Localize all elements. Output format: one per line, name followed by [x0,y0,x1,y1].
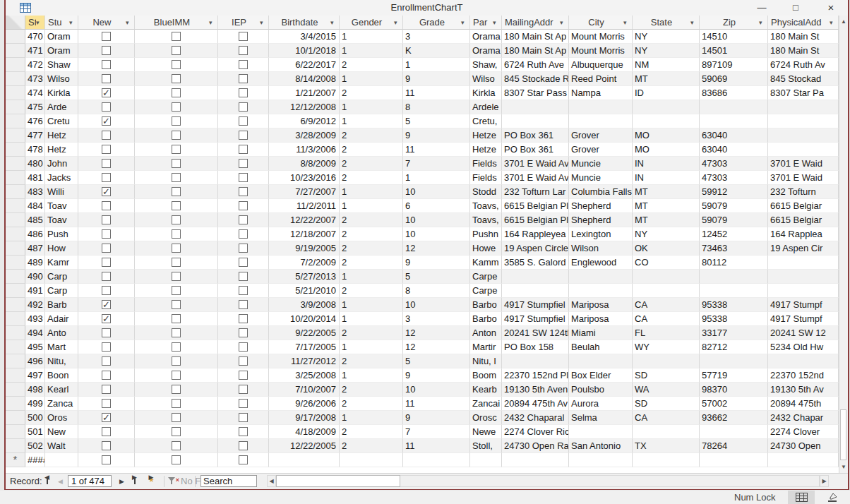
cell-new[interactable] [78,340,135,354]
cell-name[interactable]: Kamr [45,256,78,270]
cell-grade[interactable]: 9 [403,411,470,425]
cell-iep[interactable] [218,171,269,185]
checkbox-new[interactable] [102,272,111,281]
row-selector[interactable] [6,383,25,397]
cell-birthdate[interactable]: 3/9/2008 [269,298,340,312]
cell-name[interactable]: Walt [45,439,78,453]
cell-blueimm[interactable] [135,312,218,326]
cell-state[interactable]: SD [633,368,700,383]
checkbox-blueimm[interactable] [172,187,181,196]
cell-par[interactable]: Kearb [470,383,502,397]
checkbox-new[interactable] [102,74,111,83]
cell-birthdate[interactable]: 3/25/2008 [269,368,340,383]
cell-st[interactable]: 494 [25,326,45,340]
row-selector[interactable] [6,157,25,171]
cell-state[interactable]: NY [633,227,700,241]
cell-par[interactable]: Stoll, [470,439,502,453]
column-header-zip[interactable]: Zip▾ [700,16,768,30]
cell-physical[interactable] [768,100,839,114]
cell-st[interactable]: 498 [25,383,45,397]
row-selector[interactable] [6,58,25,72]
filter-dropdown-icon[interactable]: ▾ [330,19,339,26]
cell-physical[interactable]: 4917 Stumpf [768,298,839,312]
checkbox-new[interactable] [102,399,111,408]
datasheet-view-button[interactable] [788,491,815,504]
cell-st[interactable]: 499 [25,397,45,411]
cell-iep[interactable] [218,383,269,397]
column-header-blueimm[interactable]: BlueIMM▾ [135,16,218,30]
cell-zip[interactable]: 82712 [700,340,768,354]
cell-iep[interactable] [218,143,269,157]
cell-gender[interactable]: 2 [340,171,403,185]
cell-st[interactable]: 474 [25,86,45,100]
cell-gender[interactable]: 2 [340,397,403,411]
cell-new[interactable] [78,72,135,86]
cell-iep[interactable] [218,114,269,128]
row-selector[interactable] [6,100,25,114]
cell-gender[interactable]: 2 [340,383,403,397]
checkbox-new[interactable] [102,116,111,126]
cell-iep[interactable] [218,368,269,383]
cell-iep[interactable] [218,284,269,298]
column-header-par[interactable]: Par▾ [470,16,502,30]
filter-dropdown-icon[interactable]: ▾ [493,19,501,26]
cell-city[interactable]: Aurora [569,397,633,411]
cell-iep[interactable] [218,241,269,256]
filter-dropdown-icon[interactable]: ▾ [260,19,268,26]
cell-new[interactable] [78,284,135,298]
filter-dropdown-icon[interactable]: ▾ [560,19,568,26]
cell-st[interactable]: 477 [25,128,45,143]
checkbox-blueimm[interactable] [172,342,181,352]
cell-new[interactable] [78,128,135,143]
cell-birthdate[interactable]: 10/20/2014 [269,312,340,326]
cell-st[interactable]: 493 [25,312,45,326]
cell-city[interactable]: San Antonio [569,439,633,453]
cell-mailing[interactable]: 2274 Clover Ric [502,425,569,439]
cell-mailing[interactable] [502,270,569,284]
new-record-button[interactable]: ▶* [143,474,160,488]
cell-state[interactable]: TX [633,439,700,453]
cell-birthdate[interactable]: 9/17/2008 [269,411,340,425]
cell-state[interactable]: MT [633,185,700,199]
cell-birthdate[interactable] [269,453,340,467]
cell-mailing[interactable]: 180 Main St Ap [502,44,569,58]
checkbox-blueimm[interactable] [172,356,181,366]
cell-state[interactable]: MT [633,199,700,213]
checkbox-new[interactable] [102,159,111,168]
cell-birthdate[interactable]: 4/18/2009 [269,425,340,439]
cell-new[interactable] [78,171,135,185]
cell-zip[interactable]: 14510 [700,30,768,44]
cell-st[interactable]: 490 [25,270,45,284]
cell-grade[interactable]: 7 [403,157,470,171]
cell-st[interactable]: 470 [25,30,45,44]
cell-gender[interactable]: 1 [340,185,403,199]
cell-par[interactable]: Boom [470,368,502,383]
checkbox-new[interactable] [102,88,111,97]
cell-state[interactable]: NM [633,58,700,72]
checkbox-new[interactable] [102,258,111,267]
cell-st[interactable]: 486 [25,227,45,241]
cell-grade[interactable]: 10 [403,185,470,199]
cell-st[interactable]: 487 [25,241,45,256]
cell-grade[interactable]: 1 [403,171,470,185]
cell-par[interactable]: Cretu, [470,114,502,128]
checkbox-new[interactable] [102,46,111,55]
cell-gender[interactable]: 2 [340,157,403,171]
cell-gender[interactable]: 1 [340,270,403,284]
filter-dropdown-icon[interactable]: ▾ [209,19,217,26]
cell-iep[interactable] [218,354,269,368]
checkbox-iep[interactable] [239,201,248,210]
checkbox-blueimm[interactable] [172,131,181,140]
cell-state[interactable]: WY [633,340,700,354]
cell-birthdate[interactable]: 6/9/2012 [269,114,340,128]
cell-new[interactable] [78,256,135,270]
cell-st[interactable]: 492 [25,298,45,312]
cell-zip[interactable]: 73463 [700,241,768,256]
cell-par[interactable]: Carpe [470,270,502,284]
checkbox-iep[interactable] [239,413,248,422]
cell-grade[interactable]: 1 [403,58,470,72]
next-record-button[interactable]: ▶ [116,474,128,488]
row-selector[interactable] [6,298,25,312]
cell-blueimm[interactable] [135,114,218,128]
cell-city[interactable] [569,270,633,284]
